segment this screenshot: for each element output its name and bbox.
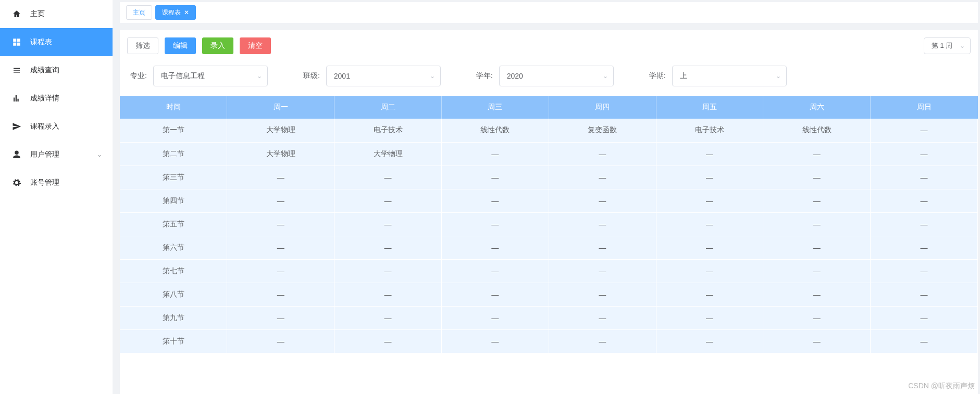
filter-button[interactable]: 筛选: [127, 37, 158, 54]
tab-0[interactable]: 主页: [126, 5, 152, 20]
sidebar-item-label: 课程录入: [30, 122, 102, 131]
schedule-cell: —: [871, 283, 978, 306]
bars-icon: [10, 94, 23, 103]
schedule-cell: 线性代数: [441, 119, 549, 142]
schedule-cell: 电子技术: [334, 119, 442, 142]
schedule-cell: —: [656, 259, 763, 283]
schedule-cell: —: [871, 119, 978, 142]
column-header: 周一: [227, 96, 334, 119]
schedule-cell: —: [334, 166, 442, 189]
schedule-cell: —: [763, 212, 871, 236]
schedule-cell: —: [763, 142, 871, 166]
column-header: 周二: [334, 96, 442, 119]
time-cell: 第四节: [120, 189, 227, 212]
table-row: 第六节———————: [120, 236, 978, 259]
term-select-value: 上: [680, 71, 687, 81]
schedule-cell: —: [227, 329, 334, 353]
tab-bar: 主页课程表✕: [120, 2, 978, 23]
send-icon: [10, 122, 23, 131]
time-cell: 第六节: [120, 236, 227, 259]
schedule-cell: —: [871, 189, 978, 212]
column-header: 时间: [120, 96, 227, 119]
schedule-cell: —: [227, 259, 334, 283]
schedule-cell: —: [871, 142, 978, 166]
sidebar-item-user[interactable]: 用户管理 ⌄: [0, 141, 113, 169]
sidebar-item-home[interactable]: 主页: [0, 0, 113, 28]
gear-icon: [10, 178, 23, 187]
schedule-cell: —: [227, 236, 334, 259]
week-select[interactable]: 第 1 周 ⌄: [924, 37, 971, 54]
sidebar-item-label: 成绩查询: [30, 66, 102, 75]
schedule-cell: —: [334, 306, 442, 329]
tab-1[interactable]: 课程表✕: [155, 5, 196, 20]
table-row: 第八节———————: [120, 283, 978, 306]
chevron-down-icon: ⌄: [430, 72, 435, 80]
schedule-cell: —: [227, 283, 334, 306]
sidebar-item-send[interactable]: 课程录入: [0, 112, 113, 141]
class-select-value: 2001: [334, 72, 350, 80]
table-row: 第二节大学物理大学物理—————: [120, 142, 978, 166]
schedule-cell: —: [441, 306, 549, 329]
chevron-down-icon: ⌄: [97, 151, 102, 158]
schedule-cell: —: [549, 189, 656, 212]
term-label: 学期:: [649, 71, 666, 81]
column-header: 周四: [549, 96, 656, 119]
schedule-cell: —: [763, 189, 871, 212]
schedule-cell: —: [871, 259, 978, 283]
schedule-cell: —: [549, 236, 656, 259]
table-row: 第九节———————: [120, 306, 978, 329]
schedule-cell: —: [871, 236, 978, 259]
table-row: 第一节大学物理电子技术线性代数复变函数电子技术线性代数—: [120, 119, 978, 142]
column-header: 周日: [871, 96, 978, 119]
toolbar: 筛选 编辑 录入 清空 第 1 周 ⌄: [120, 30, 978, 58]
schedule-cell: —: [334, 329, 442, 353]
tab-label: 主页: [133, 8, 145, 17]
chevron-down-icon: ⌄: [960, 42, 965, 49]
schedule-cell: —: [763, 236, 871, 259]
schedule-cell: —: [763, 259, 871, 283]
close-icon[interactable]: ✕: [184, 9, 189, 16]
schedule-cell: —: [334, 212, 442, 236]
schedule-cell: —: [656, 142, 763, 166]
time-cell: 第八节: [120, 283, 227, 306]
table-row: 第十节———————: [120, 329, 978, 353]
schedule-cell: —: [763, 166, 871, 189]
schedule-cell: —: [871, 212, 978, 236]
schedule-cell: —: [441, 236, 549, 259]
sidebar-item-label: 主页: [30, 9, 102, 19]
schedule-cell: —: [227, 189, 334, 212]
entry-button[interactable]: 录入: [202, 37, 233, 54]
schedule-cell: —: [763, 283, 871, 306]
sidebar-item-list[interactable]: 成绩查询: [0, 56, 113, 84]
user-icon: [10, 150, 23, 159]
year-select[interactable]: 2020 ⌄: [499, 66, 614, 86]
schedule-table-wrap[interactable]: 时间周一周二周三周四周五周六周日 第一节大学物理电子技术线性代数复变函数电子技术…: [120, 96, 978, 394]
class-label: 班级:: [303, 71, 320, 81]
schedule-cell: —: [549, 329, 656, 353]
class-select[interactable]: 2001 ⌄: [326, 66, 441, 86]
sidebar-item-label: 账号管理: [30, 178, 102, 187]
sidebar-item-bars[interactable]: 成绩详情: [0, 84, 113, 112]
major-select[interactable]: 电子信息工程 ⌄: [153, 66, 268, 86]
schedule-cell: 大学物理: [334, 142, 442, 166]
week-select-value: 第 1 周: [932, 41, 952, 50]
clear-button[interactable]: 清空: [240, 37, 271, 54]
schedule-cell: —: [763, 306, 871, 329]
schedule-cell: —: [656, 306, 763, 329]
content-card: 筛选 编辑 录入 清空 第 1 周 ⌄ 专业: 电子信息工程 ⌄: [120, 30, 978, 394]
schedule-cell: 电子技术: [656, 119, 763, 142]
filter-bar: 专业: 电子信息工程 ⌄ 班级: 2001 ⌄ 学年: 2: [120, 58, 978, 96]
list-icon: [10, 66, 23, 75]
sidebar-item-grid[interactable]: 课程表: [0, 28, 113, 56]
schedule-cell: —: [549, 306, 656, 329]
schedule-cell: —: [871, 166, 978, 189]
sidebar-item-gear[interactable]: 账号管理: [0, 169, 113, 197]
edit-button[interactable]: 编辑: [165, 37, 196, 54]
schedule-cell: —: [549, 283, 656, 306]
column-header: 周三: [441, 96, 549, 119]
term-select[interactable]: 上 ⌄: [672, 66, 787, 86]
schedule-cell: —: [549, 142, 656, 166]
schedule-cell: —: [871, 306, 978, 329]
sidebar-item-label: 用户管理: [30, 150, 97, 159]
schedule-cell: —: [656, 236, 763, 259]
